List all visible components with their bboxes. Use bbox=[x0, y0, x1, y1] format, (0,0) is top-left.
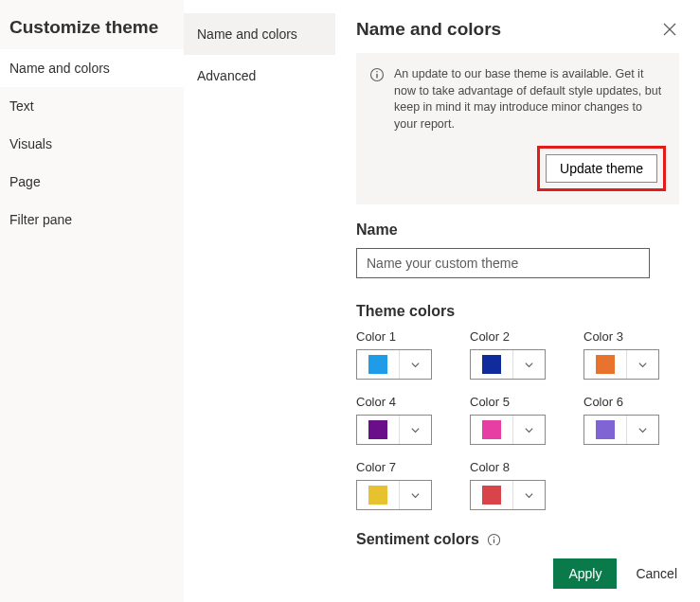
update-highlight: Update theme bbox=[537, 146, 666, 191]
chevron-down-icon bbox=[399, 350, 431, 379]
left-nav-title: Customize theme bbox=[0, 17, 184, 49]
svg-point-4 bbox=[376, 71, 378, 73]
apply-button[interactable]: Apply bbox=[553, 558, 617, 589]
color-picker[interactable] bbox=[470, 480, 546, 510]
color-cell: Color 8 bbox=[470, 460, 546, 510]
info-icon[interactable] bbox=[487, 533, 501, 546]
color-swatch bbox=[596, 355, 615, 374]
theme-colors-label: Theme colors bbox=[356, 303, 679, 320]
chevron-down-icon bbox=[399, 416, 431, 444]
color-picker[interactable] bbox=[470, 415, 546, 445]
color-label: Color 7 bbox=[356, 460, 432, 474]
color-picker[interactable] bbox=[583, 415, 659, 445]
color-cell: Color 6 bbox=[583, 395, 659, 445]
color-cell: Color 5 bbox=[470, 395, 546, 445]
color-swatch bbox=[482, 420, 501, 439]
color-picker[interactable] bbox=[583, 349, 659, 380]
color-label: Color 1 bbox=[356, 329, 432, 344]
panel-name-and-colors: Name and colors An update to our base th… bbox=[335, 0, 700, 602]
info-card: An update to our base theme is available… bbox=[356, 53, 679, 204]
chevron-down-icon bbox=[399, 481, 431, 509]
color-picker[interactable] bbox=[356, 349, 432, 380]
svg-point-7 bbox=[494, 536, 495, 538]
info-icon bbox=[369, 67, 385, 82]
panel-title: Name and colors bbox=[356, 19, 501, 40]
color-swatch bbox=[482, 355, 501, 374]
close-icon[interactable] bbox=[662, 22, 677, 37]
left-nav-item[interactable]: Text bbox=[0, 87, 184, 125]
sub-nav-item[interactable]: Name and colors bbox=[184, 13, 335, 55]
color-cell: Color 4 bbox=[356, 395, 432, 445]
theme-name-input[interactable] bbox=[356, 248, 650, 278]
color-label: Color 8 bbox=[470, 460, 546, 474]
color-label: Color 2 bbox=[470, 329, 546, 344]
color-swatch bbox=[596, 420, 615, 439]
sub-nav-item[interactable]: Advanced bbox=[184, 55, 335, 97]
cancel-button[interactable]: Cancel bbox=[636, 566, 677, 581]
color-swatch bbox=[368, 420, 387, 439]
color-picker[interactable] bbox=[356, 415, 432, 445]
color-swatch bbox=[482, 486, 501, 505]
color-swatch bbox=[368, 486, 387, 505]
chevron-down-icon bbox=[512, 350, 545, 379]
left-nav-item[interactable]: Visuals bbox=[0, 125, 184, 163]
sentiment-colors-label: Sentiment colors bbox=[356, 531, 679, 545]
chevron-down-icon bbox=[512, 416, 545, 444]
chevron-down-icon bbox=[626, 350, 658, 379]
left-nav-item[interactable]: Name and colors bbox=[0, 49, 184, 87]
color-label: Color 6 bbox=[583, 395, 659, 409]
color-cell: Color 2 bbox=[470, 329, 546, 380]
sentiment-colors-text: Sentiment colors bbox=[356, 531, 479, 545]
color-picker[interactable] bbox=[470, 349, 546, 380]
left-nav-item[interactable]: Page bbox=[0, 163, 184, 201]
sub-nav: Name and colorsAdvanced bbox=[184, 0, 335, 602]
panel-body: An update to our base theme is available… bbox=[335, 53, 700, 545]
left-nav-item[interactable]: Filter pane bbox=[0, 201, 184, 239]
color-label: Color 3 bbox=[583, 329, 659, 344]
color-cell: Color 3 bbox=[583, 329, 659, 380]
info-text: An update to our base theme is available… bbox=[394, 66, 666, 133]
color-cell: Color 1 bbox=[356, 329, 432, 380]
panel-footer: Apply Cancel bbox=[335, 545, 700, 602]
panel-header: Name and colors bbox=[335, 0, 700, 53]
color-label: Color 4 bbox=[356, 395, 432, 409]
name-label: Name bbox=[356, 221, 679, 239]
color-cell: Color 7 bbox=[356, 460, 432, 510]
color-swatch bbox=[368, 355, 387, 374]
update-theme-button[interactable]: Update theme bbox=[546, 154, 657, 183]
color-grid: Color 1Color 2Color 3Color 4Color 5Color… bbox=[356, 329, 679, 510]
color-label: Color 5 bbox=[470, 395, 546, 409]
chevron-down-icon bbox=[626, 416, 658, 444]
chevron-down-icon bbox=[512, 481, 545, 509]
left-nav: Customize theme Name and colorsTextVisua… bbox=[0, 0, 184, 602]
color-picker[interactable] bbox=[356, 480, 432, 510]
